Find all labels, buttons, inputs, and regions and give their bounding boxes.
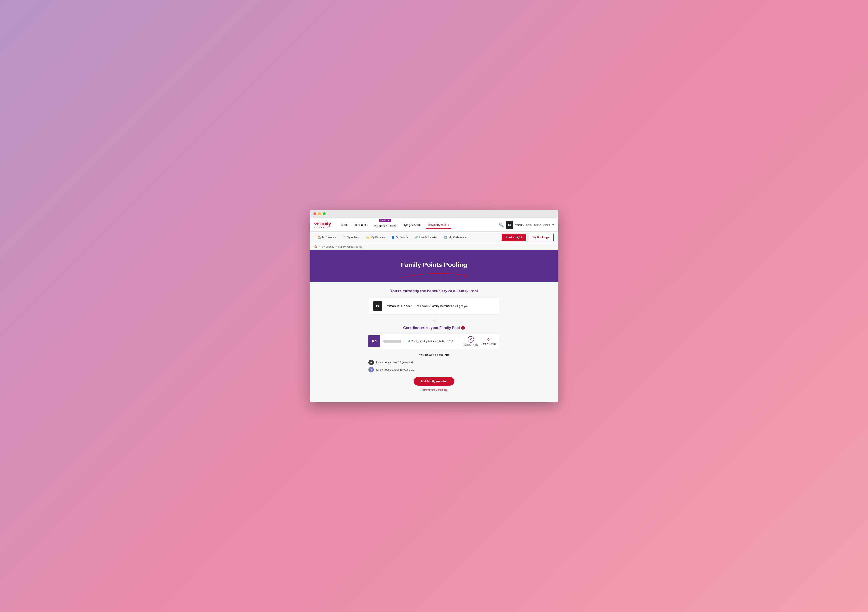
beneficiary-name: Immanuel Debeer: [386, 304, 413, 308]
contributor-status: Family pooling linked on 14 Dec 2016: [405, 337, 460, 345]
contributor-avatar: RD: [369, 335, 380, 347]
fullscreen-dot[interactable]: [323, 212, 326, 215]
nav-right: 🔍 ID Velocity Points Status Credits ▾: [499, 221, 554, 229]
beneficiary-avatar: ID: [373, 301, 382, 311]
home-icon: 🏠: [317, 236, 321, 239]
breadcrumb-sep2: >: [335, 245, 337, 248]
nav-item-book[interactable]: Book: [339, 221, 350, 228]
status-credits-label: Status Credits: [534, 224, 550, 226]
spots-section: You have 4 spots left: 0 for someone ove…: [369, 353, 499, 391]
spot-row-adult: 0 for someone over 18 years old: [369, 360, 499, 365]
breadcrumb: 🏠 > My Velocity > Family Points Pooling: [310, 243, 558, 250]
subnav-items: 🏠 My Velocity 📋 My Activity ⭐ My Benefit…: [314, 233, 471, 242]
contributor-name-col: [380, 337, 405, 345]
subnav-item-my-preferences[interactable]: ⚙️ My Preferences: [440, 233, 471, 242]
breadcrumb-current: Family Points Pooling: [338, 245, 362, 248]
beneficiary-count: 1 Family Member: [428, 304, 450, 308]
preferences-icon: ⚙️: [444, 236, 447, 239]
remove-family-member-link[interactable]: Remove family member: [369, 388, 499, 391]
spot-row-child: 4 for someone under 18 years old: [369, 367, 499, 372]
subnav-item-my-velocity[interactable]: 🏠 My Velocity: [314, 233, 339, 242]
beneficiary-title: You're currently the beneficiary of a Fa…: [314, 289, 554, 294]
contributors-section-title: Contributors to your Family Pool i: [314, 326, 554, 330]
logo[interactable]: velocity frequent flyer: [314, 221, 331, 228]
nav-item-basics[interactable]: The Basics: [351, 221, 370, 228]
subnav-item-my-benefits[interactable]: ⭐ My Benefits: [363, 233, 388, 242]
velocity-points-col: V Velocity Points: [463, 336, 478, 346]
navbar: velocity frequent flyer Book The Basics …: [310, 218, 558, 232]
dropdown-arrow-icon[interactable]: ▾: [552, 223, 554, 227]
new-partner-badge: New Partner: [379, 219, 391, 222]
nav-item-flying[interactable]: Flying & Status: [400, 221, 424, 228]
breadcrumb-sep1: >: [319, 245, 320, 248]
plane-icon: ✈: [482, 337, 496, 342]
subnav: 🏠 My Velocity 📋 My Activity ⭐ My Benefit…: [310, 232, 558, 243]
spot-badge-child: 4: [369, 367, 374, 372]
close-dot[interactable]: [313, 212, 316, 215]
chevron-up-icon: ⌃: [314, 318, 554, 324]
breadcrumb-my-velocity-link[interactable]: My Velocity: [321, 245, 334, 248]
minimize-dot[interactable]: [318, 212, 321, 215]
book-flight-button[interactable]: Book a flight: [502, 233, 526, 241]
browser-titlebar: [310, 210, 558, 218]
velocity-points-label: Velocity Points: [515, 224, 532, 226]
contributor-points: V Velocity Points ✈ Status Credits: [460, 334, 499, 349]
logo-text: velocity: [314, 221, 331, 226]
subnav-item-my-activity[interactable]: 📋 My Activity: [339, 233, 363, 242]
browser-window: velocity frequent flyer Book The Basics …: [310, 210, 558, 402]
logo-sub: frequent flyer: [314, 226, 328, 228]
spots-title: You have 4 spots left:: [369, 353, 499, 357]
subnav-item-my-profile[interactable]: 👤 My Profile: [388, 233, 411, 242]
nav-item-shopping[interactable]: Shopping online: [426, 221, 451, 229]
nav-item-partners[interactable]: New Partner Partners & Offers: [372, 220, 399, 229]
spot-badge-adult: 0: [369, 360, 374, 365]
user-avatar[interactable]: ID: [506, 221, 513, 229]
subnav-item-link-transfer[interactable]: 🔗 Link & Transfer: [411, 233, 440, 242]
add-family-member-button[interactable]: Add family member: [414, 377, 454, 386]
hero-curve-svg: [398, 271, 470, 280]
search-icon[interactable]: 🔍: [499, 223, 504, 227]
velocity-v-icon: V: [468, 336, 474, 343]
status-credits-col: ✈ Status Credits: [482, 337, 496, 345]
my-bookings-button[interactable]: My Bookings: [528, 233, 554, 241]
linked-status-dot: [408, 340, 410, 342]
hero-banner: Family Points Pooling: [310, 250, 558, 282]
main-content: You're currently the beneficiary of a Fa…: [310, 282, 558, 402]
contributor-name-blurred: [383, 340, 401, 343]
info-icon[interactable]: i: [461, 326, 465, 330]
contributor-card: RD Family pooling linked on 14 Dec 2016 …: [369, 334, 499, 349]
subnav-right: Book a flight My Bookings: [502, 232, 554, 243]
points-display: Velocity Points Status Credits ▾: [515, 223, 554, 227]
beneficiary-info: You have 1 Family Member Pooling to you: [416, 304, 468, 308]
browser-content: velocity frequent flyer Book The Basics …: [310, 218, 558, 402]
benefits-icon: ⭐: [366, 236, 370, 239]
hero-title: Family Points Pooling: [314, 261, 554, 269]
breadcrumb-home-icon[interactable]: 🏠: [314, 245, 317, 248]
profile-icon: 👤: [391, 236, 395, 239]
beneficiary-card: ID Immanuel Debeer You have 1 Family Mem…: [369, 298, 499, 314]
spot-label-adult: for someone over 18 years old: [376, 361, 413, 364]
svg-marker-0: [465, 274, 467, 277]
spot-label-child: for someone under 18 years old: [376, 368, 414, 371]
link-icon: 🔗: [414, 236, 418, 239]
nav-items: Book The Basics New Partner Partners & O…: [339, 220, 493, 229]
activity-icon: 📋: [342, 236, 346, 239]
